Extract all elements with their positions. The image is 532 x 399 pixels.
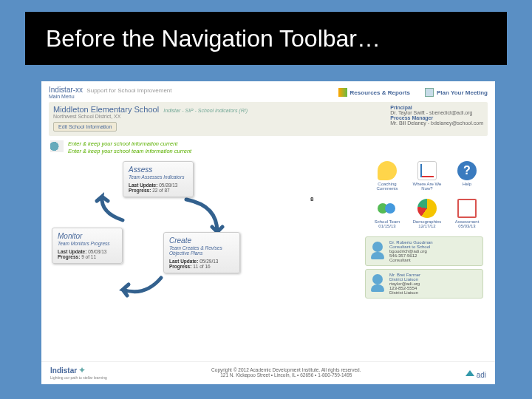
create-sub: Team Creates & Revises Objective Plans xyxy=(169,245,234,256)
tile-label: Help xyxy=(463,182,471,186)
principal-role: Principal xyxy=(390,105,483,110)
contact-tag: District Liaison xyxy=(389,290,420,295)
label: Progress: xyxy=(129,188,151,193)
label: Last Update: xyxy=(58,249,86,254)
contact-role: District Liaison xyxy=(389,277,420,282)
arrow-icon xyxy=(117,272,168,301)
monitor-card[interactable]: Monitor Team Monitors Progress Last Upda… xyxy=(52,228,123,264)
speech-icon xyxy=(378,161,397,180)
assessment-tile[interactable]: Assessment 05/03/13 xyxy=(451,199,483,229)
value: 22 of 87 xyxy=(152,188,170,193)
pm-name: Mr. Bill Delaney - bdelaney@school.com xyxy=(390,120,483,126)
contact-phone: 123-852-5554 xyxy=(389,286,420,290)
person-icon xyxy=(370,273,385,295)
contact-consultant[interactable]: Dr. Roberto Goodman Consultant to School… xyxy=(365,236,483,266)
side-panel: Coaching Comments Where Are We Now? ?Hel… xyxy=(262,161,488,309)
principal-name: Dr. Taylor Swift - sbenedict@adi.org xyxy=(390,110,483,115)
indistar-logo: Indistar xyxy=(50,366,77,375)
address: 121 N. Kickapoo Street • Lincoln, IL • 6… xyxy=(107,372,466,378)
alerts: Enter & keep your school information cur… xyxy=(41,137,495,158)
tile-label: Assessment 05/03/13 xyxy=(455,219,480,229)
team-count-badge: 8 xyxy=(310,196,313,202)
people-icon xyxy=(378,199,397,218)
coaching-tile[interactable]: Coaching Comments xyxy=(371,161,403,191)
label: Last Update: xyxy=(169,259,198,264)
contact-tag: Consultant xyxy=(389,258,433,262)
calendar-icon xyxy=(425,88,434,97)
help-tile[interactable]: ?Help xyxy=(451,161,483,191)
pie-icon xyxy=(417,199,437,218)
where-tile[interactable]: Where Are We Now? xyxy=(411,161,443,191)
monitor-title: Monitor xyxy=(58,232,117,240)
plan-meeting-link[interactable]: Plan Your Meeting xyxy=(425,86,488,99)
plan-label: Plan Your Meeting xyxy=(437,89,488,96)
label: Last Update: xyxy=(129,183,157,188)
chart-icon xyxy=(417,161,437,180)
district-name: Northwest School District, XX xyxy=(53,114,248,119)
assess-card[interactable]: Assess Team Assesses Indicators Last Upd… xyxy=(123,161,194,197)
contact-name: Dr. Roberto Goodman xyxy=(389,240,433,245)
help-icon: ? xyxy=(457,161,477,180)
edit-school-button[interactable]: Edit School Information xyxy=(53,122,117,132)
tile-row-1: Coaching Comments Where Are We Now? ?Hel… xyxy=(262,161,488,191)
tile-label: Where Are We Now? xyxy=(413,182,442,191)
alert-line-2[interactable]: Enter & keep your school team informatio… xyxy=(68,148,191,155)
label: Progress: xyxy=(169,264,191,269)
contact-liaison[interactable]: Mr. Bret Farmer District Liaison rtaylor… xyxy=(365,269,483,299)
adi-text: adi xyxy=(477,371,486,379)
adi-logo: adi xyxy=(466,366,486,379)
brand: Indistar-xx xyxy=(49,86,83,94)
value: 9 of 11 xyxy=(81,254,96,259)
pm-role: Process Manager xyxy=(390,115,483,120)
value: 11 of 16 xyxy=(193,264,211,269)
create-card[interactable]: Create Team Creates & Revises Objective … xyxy=(163,232,240,273)
assess-sub: Team Assesses Indicators xyxy=(129,174,188,180)
contact-role: Consultant to School xyxy=(389,245,433,249)
tile-row-2: 8 School Team 01/15/13 Demographics 12/1… xyxy=(262,199,488,229)
logo-tagline: Lighting our path to stellar learning xyxy=(50,375,107,380)
tile-label: School Team 01/15/13 xyxy=(375,219,400,229)
process-cycle: Assess Team Assesses Indicators Last Upd… xyxy=(49,161,256,309)
monitor-sub: Team Monitors Progress xyxy=(58,241,117,246)
resources-label: Resources & Reports xyxy=(350,89,410,96)
value: 05/03/13 xyxy=(88,249,106,254)
school-name: Middleton Elementary School xyxy=(53,105,159,114)
person-icon xyxy=(370,240,385,262)
copyright: Copyright © 2012 Academic Development In… xyxy=(107,367,466,372)
contact-name: Mr. Bret Farmer xyxy=(389,273,420,277)
star-icon: ✦ xyxy=(78,365,86,375)
megaphone-icon xyxy=(50,140,64,152)
alert-line-1[interactable]: Enter & keep your school information cur… xyxy=(68,140,191,148)
tile-label: Coaching Comments xyxy=(376,182,398,191)
school-info-bar: Middleton Elementary School Indistar - S… xyxy=(49,102,488,136)
brand-tagline: Support for School Improvement xyxy=(86,87,171,94)
tile-label: Demographics 12/17/12 xyxy=(413,219,442,229)
slide-title: Before the Navigation Toolbar… xyxy=(25,12,507,65)
speaker-icon xyxy=(338,88,347,97)
header: Indistar-xx Support for School Improveme… xyxy=(41,81,495,100)
assess-title: Assess xyxy=(129,166,188,174)
create-title: Create xyxy=(169,236,234,245)
house-icon xyxy=(466,366,474,376)
value: 05/29/13 xyxy=(200,259,218,264)
value: 05/28/13 xyxy=(159,183,177,188)
staff-info: Principal Dr. Taylor Swift - sbenedict@a… xyxy=(390,105,483,132)
footer: Indistar ✦ Lighting our path to stellar … xyxy=(41,361,495,384)
label: Progress: xyxy=(58,254,80,259)
team-tile[interactable]: School Team 01/15/13 xyxy=(371,199,403,229)
clipboard-icon xyxy=(457,199,477,218)
contact-email: rtaylor@adi.org xyxy=(389,282,420,286)
contact-email: bgoodrich@adi.org xyxy=(389,249,433,253)
main-content: Assess Team Assesses Indicators Last Upd… xyxy=(41,158,495,310)
app-screenshot: Indistar-xx Support for School Improveme… xyxy=(41,81,495,384)
resources-link[interactable]: Resources & Reports xyxy=(338,86,410,99)
demographics-tile[interactable]: Demographics 12/17/12 xyxy=(411,199,443,229)
main-menu-link[interactable]: Main Menu xyxy=(49,94,172,99)
school-tag: Indistar - SIP - School Indicators (RI) xyxy=(163,108,248,113)
